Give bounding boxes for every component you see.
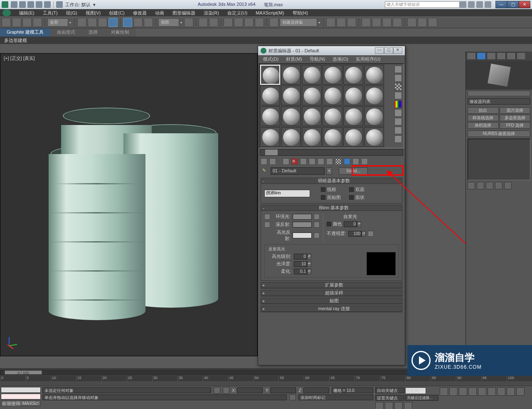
mod-btn-5[interactable]: FFD 选择 [500,122,531,129]
sample-slot[interactable] [260,127,280,147]
rollout-title[interactable]: Blinn 基本参数 [266,205,402,211]
shader-dropdown[interactable]: (B)Blinn [264,190,310,197]
mat-menu-options[interactable]: 选项(O) [329,56,352,63]
menu-help[interactable]: 帮助(H) [288,9,312,17]
select-region-icon[interactable] [98,18,107,27]
select-byname-icon[interactable] [88,18,97,27]
minimize-button[interactable]: — [495,1,507,8]
maxscript-output[interactable] [1,394,41,399]
next-frame-icon[interactable] [468,387,477,396]
menu-grapheditors[interactable]: 图形编辑器 [168,9,200,17]
goto-start-icon[interactable] [440,387,448,396]
menu-rendering[interactable]: 渲染(R) [200,9,223,17]
viewport[interactable]: [+] [正交] [真实] [0,53,258,356]
star-icon[interactable] [476,1,483,8]
undo-icon[interactable] [2,18,11,27]
window-crossing-icon[interactable] [108,18,118,27]
sample-slot[interactable] [343,127,363,147]
maxscript-listener[interactable] [1,387,41,393]
create-tab-icon[interactable] [467,52,476,60]
redo-icon[interactable] [12,18,21,27]
collapse-icon[interactable]: - [261,206,266,211]
faceted-checkbox[interactable]: 面状 [349,194,365,201]
material-id-icon[interactable] [326,158,333,165]
viewcube-icon[interactable] [488,64,511,87]
hierarchy-tab-icon[interactable] [487,52,496,60]
unlink-icon[interactable] [33,18,42,27]
selection-filter[interactable]: 全部 [47,18,68,27]
sample-slot[interactable] [323,106,342,126]
material-editor-window[interactable]: 材质编辑器 - 01 - Default — ▢ ✕ 模式(D) 材质(M) 导… [258,46,405,365]
opacity-map-icon[interactable] [368,231,374,237]
spinner-arrows-icon[interactable]: ▴▾ [307,254,311,260]
sample-slot[interactable] [281,65,301,85]
sample-slot[interactable] [323,65,342,85]
welcome-buttons[interactable]: 欢迎使用MAXSc! [1,400,41,406]
timetag-icon[interactable] [289,394,296,400]
rollout-title[interactable]: 明暗器基本参数 [266,178,402,184]
time-tag-field[interactable]: 添加时间标记 [298,394,373,400]
soften[interactable]: 0.1 [294,269,307,274]
rollout-supersample[interactable]: +超级采样 [261,290,402,296]
menu-edit[interactable]: 编辑(E) [15,9,39,17]
selfillum-value[interactable]: 0 [344,221,357,227]
sample-slot[interactable] [343,65,363,85]
mod-btn-2[interactable]: 样条线选择 [468,115,499,121]
sample-slot[interactable] [302,86,322,105]
abs-rel-icon[interactable] [223,387,229,394]
spinner-snap-icon[interactable] [255,18,264,27]
sample-slot[interactable] [302,106,322,126]
mat-menu-modes[interactable]: 模式(D) [260,56,282,63]
wrench-icon[interactable] [468,1,475,8]
material-map-nav-icon[interactable] [394,135,402,143]
specular-swatch[interactable] [293,233,312,238]
menu-create[interactable]: 创建(C) [105,9,128,17]
mod-btn-nurbs[interactable]: NURBS 曲面选择 [468,130,530,137]
time-ruler[interactable]: 0510152025303540455055606570758085909510… [0,375,532,381]
material-name-input[interactable]: 01 - Default [271,167,325,175]
coord-arrow-icon[interactable]: ▾ [180,21,183,24]
rendered-frame-icon[interactable] [418,18,427,27]
rollout-maps[interactable]: +贴图 [261,298,402,304]
modifier-list-dropdown[interactable]: 修改器列表 [468,98,530,105]
sample-slot[interactable] [364,127,384,147]
make-copy-icon[interactable] [300,158,307,165]
qat-save-icon[interactable] [27,1,34,8]
go-to-parent-icon[interactable] [352,158,359,165]
diffuse-lock-icon[interactable] [264,222,270,228]
snap-2d-icon[interactable] [224,18,233,27]
qat-new-icon[interactable] [11,1,17,8]
spinner-arrows-icon[interactable]: ▴▾ [307,261,311,267]
mod-btn-3[interactable]: 多边形选择 [500,115,531,121]
namedsel-arrow-icon[interactable]: ▾ [318,21,321,24]
select-bymaterial-icon[interactable] [394,127,402,134]
pin-stack-icon[interactable] [468,182,475,189]
render-production-icon[interactable] [428,18,437,27]
put-to-scene-icon[interactable] [269,158,276,165]
get-material-icon[interactable] [261,158,267,165]
put-to-library-icon[interactable] [318,158,324,165]
viewport-label[interactable]: [+] [正交] [真实] [4,55,35,61]
help-search-input[interactable]: 键入关键字或短语 [385,1,460,8]
mod-btn-1[interactable]: 面片选择 [500,107,531,114]
motion-tab-icon[interactable] [497,52,506,60]
specular-map-icon[interactable] [314,233,320,238]
options-icon[interactable] [394,118,402,125]
infocenter-icon[interactable] [460,1,466,8]
keyfilter-button[interactable]: 关键点过滤器... [405,395,438,401]
menu-maxscript[interactable]: MAXScript(M) [251,10,288,16]
sample-slot[interactable] [364,106,384,126]
pan-icon[interactable] [507,387,515,396]
qat-redo-icon[interactable] [44,1,51,8]
make-unique-icon[interactable] [486,182,493,189]
spinner-arrows-icon[interactable]: ▴▾ [362,231,366,237]
display-tab-icon[interactable] [507,52,516,60]
qat-undo-icon[interactable] [36,1,42,8]
snap-angle-icon[interactable] [234,18,243,27]
menu-tools[interactable]: 工具(T) [39,9,62,17]
ambient-lock-icon[interactable] [264,214,270,220]
y-field[interactable] [270,387,296,393]
sample-slot[interactable] [343,106,363,126]
mat-titlebar[interactable]: 材质编辑器 - 01 - Default — ▢ ✕ [258,46,405,55]
z-field[interactable] [303,387,329,393]
